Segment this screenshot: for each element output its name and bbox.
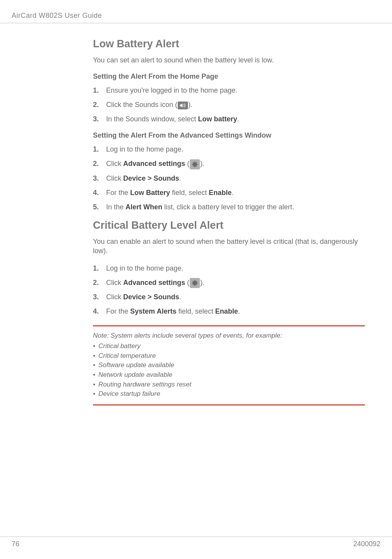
note-item: Network update available [93,370,365,380]
ui-label: Device > Sounds [123,174,179,182]
step-text: field, select [176,307,215,315]
gear-icon [190,159,200,169]
ui-label: Enable [209,189,232,197]
step-item: In the Alert When list, click a battery … [93,202,365,212]
step-item: Log in to the home page. [93,144,365,155]
header-title: AirCard W802S User Guide [12,12,102,19]
step-item: Ensure you're logged in to the home page… [93,85,365,96]
step-text: Click [106,293,123,301]
step-text: ). [200,279,205,286]
note-list: Critical battery Critical temperature So… [93,342,365,399]
step-text: . [237,115,239,123]
section-low-battery-title: Low Battery Alert [93,38,365,50]
note-block: Note: System alerts include several type… [93,325,365,405]
step-text: Click the Sounds icon ( [106,101,177,109]
step-text: In the Sounds window, select [106,115,198,123]
step-text: Click [106,174,123,182]
ui-label: Enable [215,307,238,315]
ui-label: Advanced settings [123,160,185,167]
step-item: Click Device > Sounds. [93,292,365,302]
step-text: . [238,307,240,315]
step-text: Log in to the home page. [106,145,183,153]
ui-label: Advanced settings [123,279,185,286]
ui-label: Device > Sounds [123,293,179,301]
step-text: ). [188,101,193,109]
note-item: Critical battery [93,342,365,351]
note-item: Device startup failure [93,389,365,399]
page-footer: 76 2400092 [0,537,392,548]
step-text: In the [106,203,126,211]
ui-label: Low Battery [130,189,170,197]
step-item: Click Advanced settings (). [93,159,365,169]
page-number: 76 [12,540,19,548]
step-text: . [179,293,181,301]
step-item: Click the Sounds icon (). [93,100,365,110]
note-item: Routing hardware settings reset [93,380,365,390]
page-content: Low Battery Alert You can set an alert t… [0,23,392,405]
section-critical-title: Critical Battery Level Alert [93,219,365,231]
step-item: In the Sounds window, select Low battery… [93,114,365,124]
step-text: Click [106,160,123,167]
step-item: Click Advanced settings (). [93,278,365,288]
step-text: Log in to the home page. [106,264,183,272]
note-intro: Note: System alerts include several type… [93,331,365,341]
note-item: Software update available [93,361,365,370]
step-text: ). [200,160,205,167]
step-text: Ensure you're logged in to the home page… [106,86,237,94]
doc-number: 2400092 [353,540,380,548]
step-item: Click Device > Sounds. [93,173,365,184]
step-item: Log in to the home page. [93,263,365,274]
step-text: For the [106,307,130,315]
step-item: For the Low Battery field, select Enable… [93,188,365,198]
critical-intro: You can enable an alert to sound when th… [93,237,365,256]
steps-from-home: Ensure you're logged in to the home page… [93,85,365,124]
sounds-icon [178,102,188,109]
step-text: ( [185,160,189,167]
note-item: Critical temperature [93,351,365,361]
step-text: field, select [170,189,209,197]
subheading-from-advanced: Setting the Alert From the Advanced Sett… [93,131,365,140]
steps-from-advanced: Log in to the home page. Click Advanced … [93,144,365,212]
ui-label: System Alerts [130,307,176,315]
ui-label: Low battery [198,115,237,123]
page-header: AirCard W802S User Guide [0,0,392,23]
step-text: For the [106,189,130,197]
step-text: Click [106,279,123,286]
ui-label: Alert When [126,203,162,211]
step-text: list, click a battery level to trigger t… [162,203,294,211]
step-text: . [232,189,234,197]
subheading-from-home: Setting the Alert From the Home Page [93,72,365,81]
gear-icon [190,278,200,288]
step-text: . [179,174,181,182]
step-item: For the System Alerts field, select Enab… [93,306,365,317]
step-text: ( [185,279,189,286]
steps-critical: Log in to the home page. Click Advanced … [93,263,365,317]
low-battery-intro: You can set an alert to sound when the b… [93,55,365,65]
